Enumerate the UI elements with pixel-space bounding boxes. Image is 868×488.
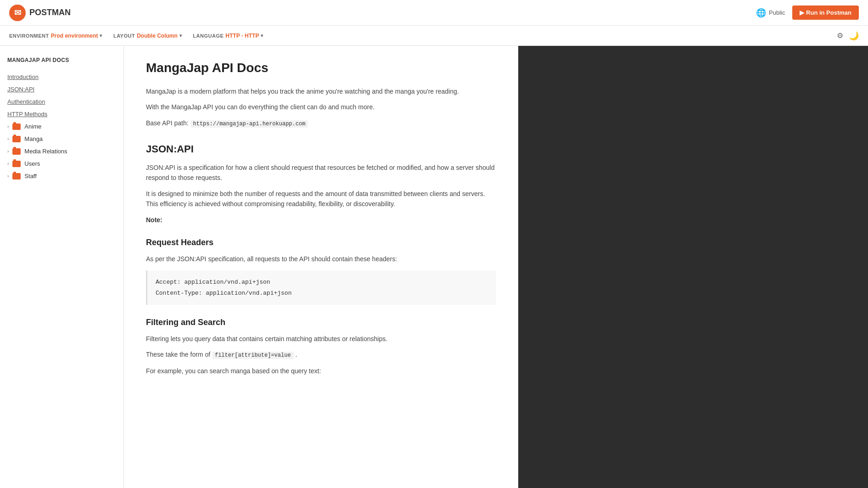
sidebar-folder-anime[interactable]: › Anime — [0, 120, 123, 133]
environment-label: ENVIRONMENT — [9, 33, 49, 39]
public-label: Public — [769, 9, 785, 16]
folder-icon — [12, 173, 21, 179]
sidebar-folder-users[interactable]: › Users — [0, 157, 123, 170]
request-headers-desc: As per the JSON:API specification, all r… — [146, 254, 496, 264]
second-toolbar: ENVIRONMENT Prod environment ▾ LAYOUT Do… — [0, 26, 868, 46]
folder-icon — [12, 123, 21, 130]
filtering-p2-text: These take the form of — [146, 351, 210, 358]
sidebar-item-introduction[interactable]: Introduction — [0, 71, 123, 83]
globe-icon: 🌐 — [756, 8, 766, 18]
sidebar-folder-media-relations-label: Media Relations — [24, 148, 67, 155]
folder-icon — [12, 161, 21, 167]
chevron-right-icon: › — [7, 124, 9, 129]
sidebar-folder-staff-label: Staff — [24, 173, 37, 179]
main-layout: MANGAJAP API DOCS Introduction JSON:API … — [0, 46, 868, 488]
sidebar-folder-anime-label: Anime — [24, 123, 41, 130]
content-area: MangaJap API Docs MangaJap is a modern p… — [124, 46, 518, 488]
folder-icon — [12, 148, 21, 155]
environment-selector[interactable]: ENVIRONMENT Prod environment ▾ — [9, 33, 102, 39]
chevron-right-icon: › — [7, 136, 9, 141]
top-bar-left: ✉ POSTMAN — [9, 5, 71, 21]
layout-value: Double Column — [137, 33, 178, 39]
sidebar-folder-manga[interactable]: › Manga — [0, 133, 123, 145]
filter-code: filter[attribute]=value — [212, 352, 294, 359]
request-headers-title: Request Headers — [146, 238, 496, 247]
right-panel — [518, 46, 868, 488]
language-value: HTTP - HTTP — [225, 33, 259, 39]
filtering-p3: For example, you can search manga based … — [146, 366, 496, 376]
sidebar-folder-users-label: Users — [24, 160, 40, 167]
base-api-label: Base API path: — [146, 119, 189, 127]
json-api-title: JSON:API — [146, 143, 496, 155]
sidebar-folder-staff[interactable]: › Staff — [0, 170, 123, 182]
folder-icon — [12, 136, 21, 142]
json-api-note: Note: — [146, 215, 496, 225]
top-bar-right: 🌐 Public ▶ Run in Postman — [756, 6, 859, 20]
sidebar-title: MANGAJAP API DOCS — [0, 53, 123, 71]
public-badge: 🌐 Public — [756, 8, 785, 18]
language-selector[interactable]: LANGUAGE HTTP - HTTP ▾ — [193, 33, 263, 39]
postman-logo: ✉ POSTMAN — [9, 5, 71, 21]
chevron-right-icon: › — [7, 149, 9, 154]
json-api-p1: JSON:API is a specification for how a cl… — [146, 163, 496, 183]
main-title: MangaJap API Docs — [146, 61, 496, 75]
environment-value: Prod environment — [51, 33, 98, 39]
filtering-p1: Filtering lets you query data that conta… — [146, 334, 496, 344]
code-block-headers: Accept: application/vnd.api+json Content… — [146, 270, 496, 305]
language-chevron: ▾ — [261, 33, 263, 38]
filtering-p2-end: . — [296, 351, 297, 358]
chevron-right-icon: › — [7, 161, 9, 166]
sidebar-item-authentication[interactable]: Authentication — [0, 95, 123, 108]
run-in-postman-button[interactable]: ▶ Run in Postman — [792, 6, 859, 20]
layout-label: LAYOUT — [113, 33, 135, 39]
chevron-right-icon: › — [7, 174, 9, 179]
top-bar: ✉ POSTMAN 🌐 Public ▶ Run in Postman — [0, 0, 868, 26]
sidebar-folder-media-relations[interactable]: › Media Relations — [0, 145, 123, 157]
sidebar-folder-manga-label: Manga — [24, 135, 43, 142]
environment-chevron: ▾ — [100, 33, 102, 38]
intro-p2: With the MangaJap API you can do everyth… — [146, 102, 496, 112]
gear-icon[interactable]: ⚙ — [837, 31, 843, 40]
sidebar: MANGAJAP API DOCS Introduction JSON:API … — [0, 46, 124, 488]
intro-p1: MangaJap is a modern platform that helps… — [146, 86, 496, 96]
intro-p3: Base API path: https://mangajap-api.hero… — [146, 118, 496, 129]
language-label: LANGUAGE — [193, 33, 224, 39]
base-api-url: https://mangajap-api.herokuapp.com — [190, 120, 308, 128]
sidebar-item-json-api[interactable]: JSON:API — [0, 83, 123, 95]
postman-logo-icon: ✉ — [9, 5, 26, 21]
header-content-type: Content-Type: application/vnd.api+json — [156, 288, 488, 298]
header-accept: Accept: application/vnd.api+json — [156, 277, 488, 287]
filtering-p2: These take the form of filter[attribute]… — [146, 349, 496, 360]
layout-chevron: ▾ — [179, 33, 182, 38]
note-prefix: Note: — [146, 216, 162, 224]
sidebar-item-http-methods[interactable]: HTTP Methods — [0, 108, 123, 120]
dark-mode-icon[interactable]: 🌙 — [849, 31, 859, 41]
postman-logo-text: POSTMAN — [29, 8, 71, 17]
layout-selector[interactable]: LAYOUT Double Column ▾ — [113, 33, 182, 39]
json-api-p2: It is designed to minimize both the numb… — [146, 189, 496, 209]
filtering-title: Filtering and Search — [146, 318, 496, 327]
